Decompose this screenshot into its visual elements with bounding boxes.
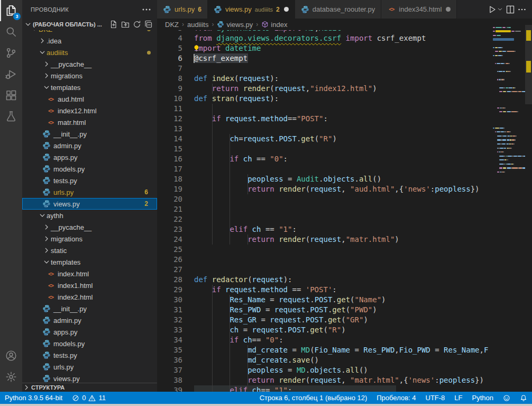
- tree-item-views.py[interactable]: views.py: [22, 373, 157, 383]
- problems-status[interactable]: 011: [67, 392, 111, 404]
- tree-item-templates[interactable]: templates: [22, 82, 157, 93]
- code-line-29[interactable]: 29 if request.method == 'POST':: [157, 285, 492, 295]
- new-file-icon[interactable]: [109, 20, 118, 29]
- dirty-indicator-icon[interactable]: [446, 7, 451, 12]
- code-line-36[interactable]: 36 md_create.save(): [157, 355, 492, 365]
- code-line-31[interactable]: 31 Res_PWD = request.POST.get("PWD"): [157, 305, 492, 315]
- code-line-20[interactable]: 20: [157, 194, 492, 204]
- tree-item-matr.html[interactable]: <>matr.html: [22, 116, 157, 128]
- python-interpreter[interactable]: Python 3.9.5 64-bit: [0, 392, 67, 404]
- tree-item-models.py[interactable]: models.py: [22, 338, 157, 349]
- activity-search[interactable]: [0, 21, 22, 42]
- code-line-16[interactable]: 16 if ch == "0":: [157, 154, 492, 164]
- code-line-14[interactable]: 14 ch=request.POST.get("R"): [157, 134, 492, 144]
- encoding[interactable]: UTF-8: [421, 392, 450, 404]
- tree-item-admin.py[interactable]: admin.py: [22, 140, 157, 151]
- dirty-indicator-icon[interactable]: [284, 7, 289, 12]
- tree-item-index2.html[interactable]: <>index2.html: [22, 291, 157, 303]
- refresh-icon[interactable]: [133, 20, 141, 29]
- split-editor-button[interactable]: [506, 5, 515, 14]
- tree-item-models.py[interactable]: models.py: [22, 163, 157, 175]
- code-line-33[interactable]: 33 ch = request.POST.get("R"): [157, 325, 492, 335]
- tree-item-tests.py[interactable]: tests.py: [22, 349, 157, 361]
- cursor-position[interactable]: Строка 6, столбец 1 (выбрано 12): [255, 392, 372, 404]
- tree-item-admin.py[interactable]: admin.py: [22, 314, 157, 326]
- tree-item-.idea[interactable]: .idea: [22, 35, 157, 47]
- code-line-39[interactable]: 39 elif ch== "1":: [157, 385, 492, 392]
- tree-item-DKZ[interactable]: DKZ: [22, 30, 157, 35]
- code-line-8[interactable]: 8def index(request):: [157, 74, 492, 84]
- tree-item-apps.py[interactable]: apps.py: [22, 326, 157, 338]
- activity-run-debug[interactable]: [0, 64, 22, 85]
- code-line-38[interactable]: 38 return render(request, "matr.html",{'…: [157, 375, 492, 385]
- code-line-10[interactable]: 10def stran(request):: [157, 94, 492, 104]
- explorer-more-actions-icon[interactable]: [141, 4, 152, 15]
- tree-item-__pycache__[interactable]: __pycache__: [22, 221, 157, 233]
- code-line-6[interactable]: 6@csrf_exempt: [157, 53, 492, 64]
- activity-explorer[interactable]: 3: [0, 0, 22, 21]
- tree-item-templates[interactable]: templates: [22, 256, 157, 268]
- tree-item-migrations[interactable]: migrations: [22, 233, 157, 245]
- code-line-9[interactable]: 9 return render(request,"index12.html"): [157, 84, 492, 94]
- indentation[interactable]: Пробелов: 4: [372, 392, 420, 404]
- lightbulb-icon[interactable]: [192, 44, 200, 52]
- eol-selector[interactable]: LF: [450, 392, 467, 404]
- code-line-27[interactable]: 27: [157, 265, 492, 275]
- tree-item-index.html[interactable]: <>index.html: [22, 268, 157, 279]
- activity-account[interactable]: [0, 345, 22, 366]
- outline-section-header[interactable]: СТРУКТУРА: [22, 383, 157, 392]
- run-dropdown-button[interactable]: [497, 6, 503, 13]
- tab-database_roouter.py[interactable]: database_roouter.py: [295, 0, 382, 19]
- tree-item-index1.html[interactable]: <>index1.html: [22, 279, 157, 291]
- activity-testing[interactable]: [0, 106, 22, 127]
- minimap[interactable]: [492, 25, 525, 364]
- tree-item-urls.py[interactable]: urls.py6: [22, 186, 157, 198]
- code-line-12[interactable]: 12 if request.method=="POST":: [157, 114, 492, 124]
- code-line-26[interactable]: 26: [157, 255, 492, 265]
- code-line-13[interactable]: 13: [157, 124, 492, 134]
- feedback-button[interactable]: [498, 392, 515, 404]
- code-line-4[interactable]: 4from django.views.decorators.csrf impor…: [157, 33, 492, 43]
- code-line-23[interactable]: 23 elif ch == "1":: [157, 224, 492, 234]
- overview-ruler[interactable]: [525, 19, 532, 392]
- code-line-7[interactable]: 7: [157, 64, 492, 74]
- code-editor[interactable]: 3from aythh.models import MD,Audit4from …: [157, 30, 492, 392]
- breadcrumb-item-audiiits[interactable]: audiiits: [187, 21, 208, 29]
- code-line-18[interactable]: 18 peopless = Audit.objects.all(): [157, 174, 492, 184]
- tree-item-tests.py[interactable]: tests.py: [22, 175, 157, 186]
- tree-item-__init__.py[interactable]: __init__.py: [22, 303, 157, 314]
- new-folder-icon[interactable]: [121, 20, 130, 29]
- code-line-30[interactable]: 30 Res_Name = request.POST.get("Name"): [157, 295, 492, 305]
- collapse-all-icon[interactable]: [144, 20, 153, 29]
- code-line-35[interactable]: 35 md_create = MD(Fio_Name = Res_PWD,Fio…: [157, 345, 492, 355]
- tree-item-static[interactable]: static: [22, 245, 157, 256]
- tab-views.py[interactable]: views.pyaudiiits2: [208, 0, 295, 19]
- code-line-11[interactable]: 11: [157, 104, 492, 114]
- breadcrumb-item-views.py[interactable]: views.py: [217, 21, 253, 29]
- tree-item-aud.html[interactable]: <>aud.html: [22, 93, 157, 105]
- code-line-24[interactable]: 24 return render(request,"matr.html"): [157, 234, 492, 245]
- language-mode[interactable]: Python: [467, 392, 498, 404]
- tree-item-apps.py[interactable]: apps.py: [22, 151, 157, 163]
- code-line-37[interactable]: 37 peopless = MD.objects.all(): [157, 365, 492, 375]
- activity-extensions[interactable]: [0, 85, 22, 106]
- tree-item-__init__.py[interactable]: __init__.py: [22, 128, 157, 140]
- code-line-17[interactable]: 17: [157, 164, 492, 174]
- activity-settings[interactable]: [0, 366, 22, 387]
- tree-item-__pycache__[interactable]: __pycache__: [22, 58, 157, 70]
- workspace-section-header[interactable]: (РАБОЧАЯ ОБЛАСТЬ) ...: [22, 19, 157, 30]
- tab-urls.py[interactable]: urls.py6: [157, 0, 208, 19]
- activity-source-control[interactable]: [0, 42, 22, 64]
- more-actions-button[interactable]: [517, 5, 527, 14]
- tree-item-migrations[interactable]: migrations: [22, 70, 157, 82]
- code-line-19[interactable]: 19 return render(request, "aud.html",{'n…: [157, 184, 492, 194]
- code-line-25[interactable]: 25: [157, 245, 492, 255]
- tree-item-index12.html[interactable]: <>index12.html: [22, 105, 157, 116]
- notifications-button[interactable]: [515, 392, 532, 404]
- code-line-28[interactable]: 28def redactor(request):: [157, 275, 492, 285]
- breadcrumb-item-DKZ[interactable]: DKZ: [165, 21, 179, 29]
- code-line-15[interactable]: 15: [157, 144, 492, 154]
- code-line-5[interactable]: 5import datetime: [157, 43, 492, 53]
- code-line-21[interactable]: 21: [157, 204, 492, 214]
- tree-item-audiiits[interactable]: audiiits: [22, 47, 157, 58]
